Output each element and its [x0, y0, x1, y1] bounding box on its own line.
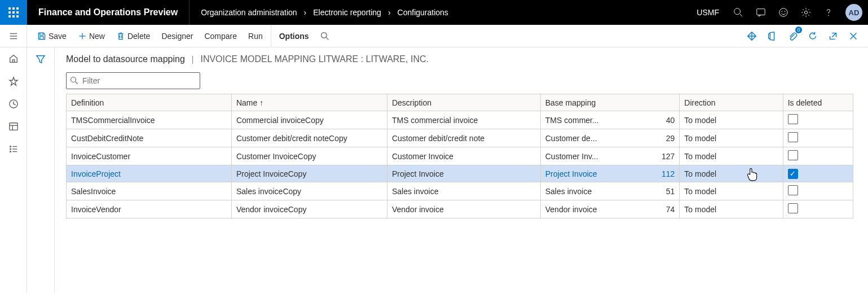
checkbox[interactable]	[788, 150, 798, 160]
options-button[interactable]: Options	[271, 25, 315, 47]
svg-point-9	[734, 8, 741, 15]
run-button[interactable]: Run	[243, 25, 268, 47]
hamburger-button[interactable]	[0, 25, 27, 47]
filter-input[interactable]	[66, 72, 200, 89]
refresh-button[interactable]	[803, 25, 823, 47]
cell-definition[interactable]: InvoiceCustomer	[67, 147, 232, 165]
search-icon	[733, 7, 743, 18]
messages-button[interactable]	[750, 0, 772, 25]
compare-button[interactable]: Compare	[199, 25, 243, 47]
cell-base_num[interactable]: 51	[655, 182, 680, 200]
col-definition[interactable]: Definition	[67, 94, 232, 111]
table-row[interactable]: CustDebitCreditNoteCustomer debit/credit…	[67, 129, 853, 147]
page-search-button[interactable]	[315, 25, 335, 47]
cell-name[interactable]: Vendor invoiceCopy	[231, 200, 387, 218]
cell-base_num[interactable]: 127	[655, 147, 680, 165]
cell-direction[interactable]: To model	[680, 111, 783, 129]
cell-definition[interactable]: TMSCommercialInvoice	[67, 111, 232, 129]
breadcrumb-item[interactable]: Electronic reporting	[313, 8, 381, 17]
checkbox[interactable]	[788, 203, 798, 213]
cell-is-deleted[interactable]	[783, 147, 853, 165]
cell-definition[interactable]: CustDebitCreditNote	[67, 129, 232, 147]
col-base-mapping[interactable]: Base mapping	[540, 94, 680, 111]
cell-base_mapping[interactable]: Customer Inv...	[540, 147, 654, 165]
cell-name[interactable]: Project InvoiceCopy	[231, 165, 387, 182]
nav-modules[interactable]	[0, 138, 27, 160]
table-row[interactable]: InvoiceVendorVendor invoiceCopyVendor in…	[67, 200, 853, 218]
workspace-icon	[8, 121, 19, 132]
nav-home[interactable]	[0, 47, 27, 70]
checkbox[interactable]	[788, 185, 798, 195]
svg-rect-22	[9, 123, 17, 130]
cell-direction[interactable]: To model	[680, 129, 783, 147]
checkbox[interactable]	[788, 114, 798, 124]
cell-definition[interactable]: SalesInvoice	[67, 182, 232, 200]
svg-rect-8	[16, 15, 19, 18]
cell-direction[interactable]: To model	[680, 182, 783, 200]
popout-button[interactable]	[823, 25, 843, 47]
grid-filter	[66, 72, 200, 89]
cell-description[interactable]: Customer debit/credit note	[387, 129, 540, 147]
filter-pane-button[interactable]	[36, 54, 46, 293]
office-button[interactable]	[762, 25, 782, 47]
help-button[interactable]	[817, 0, 840, 25]
cell-is-deleted[interactable]	[783, 182, 853, 200]
search-button[interactable]	[727, 0, 750, 25]
cell-name[interactable]: Commercial invoiceCopy	[231, 111, 387, 129]
nav-favorites[interactable]	[0, 70, 27, 93]
cell-description[interactable]: TMS commercial invoice	[387, 111, 540, 129]
table-row[interactable]: InvoiceCustomerCustomer InvoiceCopyCusto…	[67, 147, 853, 165]
company-picker[interactable]: USMF	[689, 8, 727, 17]
cell-description[interactable]: Sales invoice	[387, 182, 540, 200]
page-subtitle: INVOICE MODEL MAPPING LITWARE : LITWARE,…	[200, 54, 429, 64]
cell-base_num[interactable]: 40	[655, 111, 680, 129]
cell-direction[interactable]: To model	[680, 147, 783, 165]
cell-description[interactable]: Vendor invoice	[387, 200, 540, 218]
cell-base_mapping[interactable]: Project Invoice	[540, 165, 654, 182]
cell-is-deleted[interactable]	[783, 200, 853, 218]
cell-base_num[interactable]: 112	[655, 165, 680, 182]
table-row[interactable]: SalesInvoiceSales invoiceCopySales invoi…	[67, 182, 853, 200]
nav-recent[interactable]	[0, 93, 27, 115]
cell-definition[interactable]: InvoiceProject	[67, 165, 232, 182]
col-direction[interactable]: Direction	[680, 94, 783, 111]
close-button[interactable]	[843, 25, 863, 47]
cell-direction[interactable]: To model	[680, 165, 783, 182]
cell-base_mapping[interactable]: Customer de...	[540, 129, 654, 147]
new-button[interactable]: New	[72, 25, 111, 47]
save-button[interactable]: Save	[32, 25, 72, 47]
cell-base_num[interactable]: 29	[655, 129, 680, 147]
cell-direction[interactable]: To model	[680, 200, 783, 218]
cell-description[interactable]: Project Invoice	[387, 165, 540, 182]
diamond-button[interactable]	[742, 25, 762, 47]
col-is-deleted[interactable]: Is deleted	[783, 94, 853, 111]
breadcrumb-item[interactable]: Organization administration	[201, 8, 297, 17]
table-row[interactable]: TMSCommercialInvoiceCommercial invoiceCo…	[67, 111, 853, 129]
attachments-button[interactable]	[782, 25, 803, 47]
cell-description[interactable]: Customer Invoice	[387, 147, 540, 165]
waffle-button[interactable]	[0, 0, 27, 25]
checkbox[interactable]	[788, 132, 798, 142]
col-name[interactable]: Name↑	[231, 94, 387, 111]
cell-name[interactable]: Sales invoiceCopy	[231, 182, 387, 200]
cell-is-deleted[interactable]	[783, 111, 853, 129]
cell-definition[interactable]: InvoiceVendor	[67, 200, 232, 218]
cell-name[interactable]: Customer InvoiceCopy	[231, 147, 387, 165]
cell-base_mapping[interactable]: Sales invoice	[540, 182, 654, 200]
cell-name[interactable]: Customer debit/credit noteCopy	[231, 129, 387, 147]
table-row[interactable]: InvoiceProjectProject InvoiceCopyProject…	[67, 165, 853, 182]
checkbox[interactable]	[788, 169, 798, 179]
cell-is-deleted[interactable]	[783, 129, 853, 147]
col-description[interactable]: Description	[387, 94, 540, 111]
cell-base_mapping[interactable]: Vendor invoice	[540, 200, 654, 218]
breadcrumb-item[interactable]: Configurations	[398, 8, 448, 17]
settings-button[interactable]	[795, 0, 817, 25]
cell-base_mapping[interactable]: TMS commer...	[540, 111, 654, 129]
designer-button[interactable]: Designer	[156, 25, 199, 47]
nav-workspaces[interactable]	[0, 115, 27, 138]
cell-is-deleted[interactable]	[783, 165, 853, 182]
avatar[interactable]: AD	[845, 4, 862, 21]
delete-button[interactable]: Delete	[111, 25, 156, 47]
cell-base_num[interactable]: 74	[655, 200, 680, 218]
feedback-button[interactable]	[772, 0, 795, 25]
